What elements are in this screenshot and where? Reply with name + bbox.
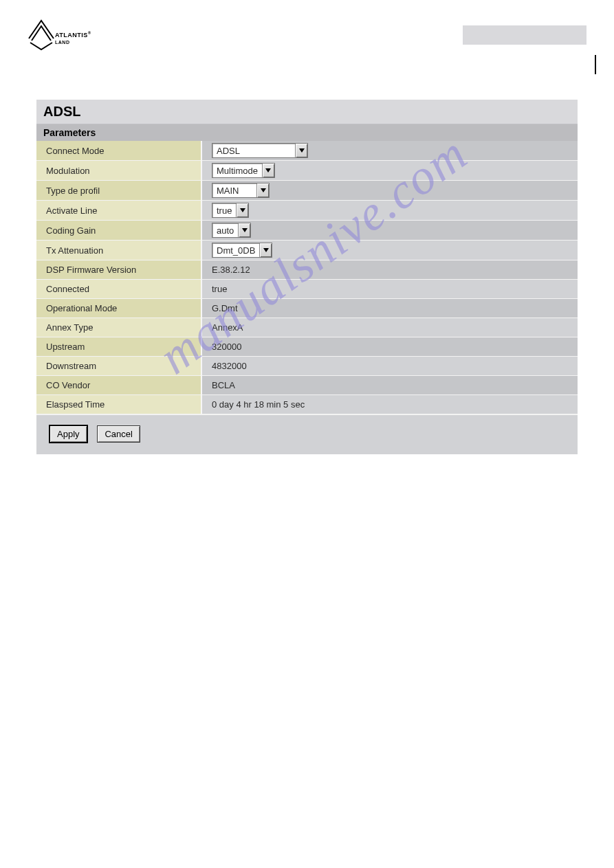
adsl-panel: ADSL Parameters Connect Mode ADSL Modula… <box>0 65 614 454</box>
label-operational-mode: Operational Mode <box>36 299 201 318</box>
svg-marker-0 <box>299 148 305 153</box>
select-activate-line[interactable]: true <box>212 203 249 218</box>
row-upstream: Upstream 320000 <box>36 337 578 357</box>
svg-marker-1 <box>265 168 271 173</box>
chevron-down-icon[interactable] <box>262 164 274 177</box>
page-header: ATLANTIS®LAND <box>0 0 614 65</box>
value-co-vendor: BCLA <box>201 376 578 395</box>
svg-marker-5 <box>263 248 269 252</box>
row-activate-line: Activate Line true <box>36 201 578 221</box>
svg-marker-4 <box>242 228 248 232</box>
row-tx-attenuation: Tx Attenuation Dmt_0DB <box>36 241 578 260</box>
chevron-down-icon[interactable] <box>256 183 269 197</box>
brand-text: ATLANTIS®LAND <box>55 31 91 45</box>
cell-coding-gain: auto <box>201 221 578 241</box>
row-connect-mode: Connect Mode ADSL <box>36 141 578 161</box>
label-activate-line: Activate Line <box>36 201 201 221</box>
header-vertical-line <box>595 55 596 74</box>
row-profile-type: Type de profil MAIN <box>36 181 578 201</box>
select-tx-attenuation[interactable]: Dmt_0DB <box>212 243 272 258</box>
buttons-bar: Apply Cancel <box>36 414 578 454</box>
row-operational-mode: Operational Mode G.Dmt <box>36 299 578 318</box>
select-tx-attenuation-value: Dmt_0DB <box>212 245 259 256</box>
label-coding-gain: Coding Gain <box>36 221 201 241</box>
row-dsp-firmware: DSP Firmware Version E.38.2.12 <box>36 260 578 280</box>
select-profile-type-value: MAIN <box>212 186 256 196</box>
cell-activate-line: true <box>201 201 578 221</box>
row-elapsed-time: Elaspsed Time 0 day 4 hr 18 min 5 sec <box>36 395 578 414</box>
cell-profile-type: MAIN <box>201 181 578 201</box>
label-modulation: Modulation <box>36 161 201 181</box>
label-connected: Connected <box>36 280 201 299</box>
apply-button[interactable]: Apply <box>49 425 88 443</box>
value-operational-mode: G.Dmt <box>201 299 578 318</box>
svg-marker-3 <box>240 208 245 212</box>
select-coding-gain-value: auto <box>212 225 238 236</box>
chevron-down-icon[interactable] <box>259 243 272 257</box>
label-annex-type: Annex Type <box>36 318 201 337</box>
value-dsp-firmware: E.38.2.12 <box>201 260 578 280</box>
select-activate-line-value: true <box>212 205 236 216</box>
value-connected: true <box>201 280 578 299</box>
select-modulation-value: Multimode <box>212 166 262 176</box>
chevron-down-icon[interactable] <box>236 203 248 217</box>
value-annex-type: AnnexA <box>201 318 578 337</box>
parameters-table: Connect Mode ADSL Modulation Multimode T… <box>36 141 578 414</box>
label-upstream: Upstream <box>36 337 201 357</box>
label-co-vendor: CO Vendor <box>36 376 201 395</box>
label-downstream: Downstream <box>36 357 201 376</box>
label-tx-attenuation: Tx Attenuation <box>36 241 201 260</box>
label-profile-type: Type de profil <box>36 181 201 201</box>
select-profile-type[interactable]: MAIN <box>212 183 270 198</box>
row-coding-gain: Coding Gain auto <box>36 221 578 241</box>
value-upstream: 320000 <box>201 337 578 357</box>
cell-modulation: Multimode <box>201 161 578 181</box>
row-downstream: Downstream 4832000 <box>36 357 578 376</box>
value-elapsed-time: 0 day 4 hr 18 min 5 sec <box>201 395 578 414</box>
cell-connect-mode: ADSL <box>201 141 578 161</box>
svg-marker-2 <box>261 188 266 192</box>
row-modulation: Modulation Multimode <box>36 161 578 181</box>
cancel-button[interactable]: Cancel <box>97 425 140 443</box>
value-downstream: 4832000 <box>201 357 578 376</box>
select-coding-gain[interactable]: auto <box>212 223 251 238</box>
brand-logo: ATLANTIS®LAND <box>28 18 83 52</box>
header-gray-block <box>463 25 586 45</box>
panel-title: ADSL <box>36 100 578 124</box>
chevron-down-icon[interactable] <box>295 144 307 157</box>
row-co-vendor: CO Vendor BCLA <box>36 376 578 395</box>
row-connected: Connected true <box>36 280 578 299</box>
select-connect-mode-value: ADSL <box>212 146 295 156</box>
select-modulation[interactable]: Multimode <box>212 163 275 178</box>
row-annex-type: Annex Type AnnexA <box>36 318 578 337</box>
label-dsp-firmware: DSP Firmware Version <box>36 260 201 280</box>
label-elapsed-time: Elaspsed Time <box>36 395 201 414</box>
panel-subtitle: Parameters <box>36 124 578 141</box>
chevron-down-icon[interactable] <box>238 223 250 237</box>
select-connect-mode[interactable]: ADSL <box>212 143 308 158</box>
label-connect-mode: Connect Mode <box>36 141 201 161</box>
cell-tx-attenuation: Dmt_0DB <box>201 241 578 260</box>
